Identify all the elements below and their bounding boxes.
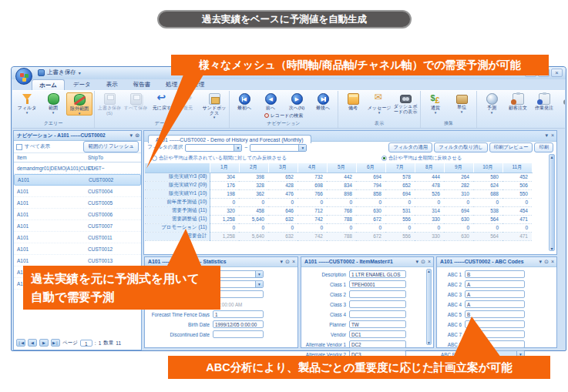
radio-button-icon[interactable] xyxy=(381,156,387,161)
record-search-link[interactable]: レコードの検索 xyxy=(231,112,336,119)
grid-cell[interactable]: 630 xyxy=(444,232,473,240)
grid-cell[interactable]: 0 xyxy=(210,198,239,206)
grid-cell[interactable]: 428 xyxy=(268,181,297,189)
field-input[interactable] xyxy=(213,330,264,338)
document-vertical-scrollbar[interactable] xyxy=(549,154,555,251)
grid-cell[interactable]: 632 xyxy=(268,215,297,223)
ribbon-button-nav-prev[interactable]: 前へ xyxy=(257,92,284,111)
tab-0[interactable]: ホーム xyxy=(32,79,65,90)
pane-menu-caret-icon[interactable]: ▾ xyxy=(130,132,133,139)
ribbon-button-nav-last[interactable]: 最後へ xyxy=(310,92,336,111)
filter-action-button-1[interactable]: フィルタの取り消し xyxy=(434,142,488,152)
list-item[interactable]: A101CUST0005 xyxy=(14,197,141,209)
month-column-header[interactable]: 2月 xyxy=(239,163,268,173)
field-input[interactable]: B xyxy=(465,310,525,318)
month-column-header[interactable]: 3月 xyxy=(268,163,297,173)
quick-access-save-label[interactable]: 上書き保存 xyxy=(47,69,76,76)
grid-cell[interactable]: 310 xyxy=(444,189,473,198)
grid-cell[interactable]: 0 xyxy=(268,198,297,206)
grid-cell[interactable]: 330 xyxy=(415,215,444,223)
list-item[interactable]: A101CUST0002 xyxy=(14,174,141,186)
field-input[interactable]: TW xyxy=(349,320,406,328)
grid-cell[interactable]: 304 xyxy=(210,173,239,181)
grid-cell[interactable]: 0 xyxy=(415,198,444,206)
filter-action-button-2[interactable]: 印刷プレビュー xyxy=(489,142,533,152)
ribbon-button-exclude-range-db[interactable]: 除外範囲▾ xyxy=(66,92,92,116)
grid-cell[interactable]: 688 xyxy=(473,189,502,198)
grid-cell[interactable]: 538 xyxy=(473,206,502,215)
range-to-combobox[interactable] xyxy=(250,144,307,152)
field-input[interactable] xyxy=(349,290,406,298)
grid-cell[interactable]: 652 xyxy=(268,173,297,181)
show-all-checkbox[interactable] xyxy=(16,144,22,150)
grid-cell[interactable]: 176 xyxy=(210,181,239,189)
grid-cell[interactable]: 834 xyxy=(327,181,356,189)
grid-cell[interactable]: 646 xyxy=(268,206,297,215)
panel-close-icon[interactable]: × xyxy=(551,257,554,266)
ribbon-button-save-all[interactable]: すべて保存 xyxy=(123,92,149,111)
grid-cell[interactable]: 0 xyxy=(239,223,268,232)
field-input[interactable]: 1999/12/05 0:00:00 xyxy=(213,320,264,328)
grid-cell[interactable]: 694 xyxy=(444,206,473,215)
grid-row-label[interactable]: 前年度予測値 (10) xyxy=(145,198,210,206)
grid-cell[interactable]: 0 xyxy=(415,223,444,232)
list-item[interactable]: A101CUST0004 xyxy=(14,186,141,197)
grid-cell[interactable]: 506 xyxy=(502,181,532,189)
tab-5[interactable]: 管理 xyxy=(186,79,211,90)
ribbon-button-save[interactable]: 上書き保存(S) xyxy=(96,92,123,116)
grid-cell[interactable]: 0 xyxy=(327,198,356,206)
list-item[interactable]: A101CUST0011 xyxy=(14,232,141,243)
ribbon-button-message[interactable]: メッセージ▾ xyxy=(366,92,392,114)
grid-cell[interactable]: 898 xyxy=(327,189,356,198)
grid-cell[interactable]: 0 xyxy=(444,198,473,206)
grid-row-label[interactable]: 販売実績Yr2 (09) xyxy=(145,181,210,189)
ribbon-button-range-db[interactable]: 範囲▾ xyxy=(40,92,66,114)
grid-cell[interactable]: 712 xyxy=(297,206,327,215)
grid-cell[interactable]: 458 xyxy=(239,206,268,215)
grid-cell[interactable]: 742 xyxy=(297,232,327,240)
grid-cell[interactable]: 672 xyxy=(356,232,385,240)
ribbon-button-currency[interactable]: 通貨▾ xyxy=(422,92,449,114)
grid-row-label[interactable]: 需要合計 xyxy=(145,232,210,240)
month-column-header[interactable]: 1月 xyxy=(210,163,239,173)
radio-button-icon[interactable] xyxy=(152,156,157,161)
month-column-header[interactable]: 11月 xyxy=(502,163,532,173)
grid-row-label[interactable]: 需要予測値 (11) xyxy=(145,206,210,215)
ribbon-button-customer-order[interactable]: 顧客注文 xyxy=(505,92,531,111)
grid-cell[interactable]: 526 xyxy=(415,189,444,198)
grid-cell[interactable]: 766 xyxy=(297,189,327,198)
ribbon-button-filter-funnel[interactable]: フィルタ▾ xyxy=(14,92,40,114)
grid-cell[interactable]: 788 xyxy=(327,232,356,240)
ribbon-button-work-order[interactable]: 作業発注 xyxy=(531,92,557,111)
column-header-shipto[interactable]: ShipTo xyxy=(88,155,141,160)
grid-cell[interactable]: 471 xyxy=(502,215,532,223)
grid-cell[interactable]: 5,640 xyxy=(239,215,268,223)
grid-cell[interactable]: 452 xyxy=(502,173,532,181)
month-column-header[interactable]: 7月 xyxy=(385,163,415,173)
grid-cell[interactable]: 0 xyxy=(473,198,502,206)
grid-row-label[interactable]: 販売実績Yr3 (08) xyxy=(145,173,210,181)
grid-cell[interactable]: 858 xyxy=(356,189,385,198)
grid-cell[interactable]: 330 xyxy=(415,232,444,240)
grid-cell[interactable]: 694 xyxy=(356,173,385,181)
grid-row-label[interactable]: プロモーション (11) xyxy=(145,223,210,232)
grid-cell[interactable]: 198 xyxy=(210,189,239,198)
grid-cell[interactable]: 0 xyxy=(502,223,532,232)
ribbon-button-nav-first[interactable]: 最初へ xyxy=(231,92,257,111)
grid-cell[interactable]: 476 xyxy=(268,189,297,198)
itemmaster-scrollbar[interactable] xyxy=(426,269,432,345)
document-close-icon[interactable]: × xyxy=(551,132,554,139)
grid-row-label[interactable]: 販売実績Yr1 (10) xyxy=(145,189,210,198)
grid-cell[interactable]: 264 xyxy=(444,173,473,181)
grid-cell[interactable]: 580 xyxy=(473,173,502,181)
filter-action-button-3[interactable]: 印刷 xyxy=(534,142,553,152)
tab-4[interactable]: 処理 xyxy=(159,79,184,90)
document-menu-caret-icon[interactable]: ▾ xyxy=(545,132,548,139)
list-item[interactable]: A101CUST0006 xyxy=(14,209,141,220)
pin-icon[interactable]: ⊙ xyxy=(285,257,290,266)
grid-cell[interactable]: 630 xyxy=(356,206,385,215)
pin-icon[interactable]: ⊙ xyxy=(135,132,139,139)
grid-cell[interactable]: 564 xyxy=(473,232,502,240)
grid-cell[interactable]: 0 xyxy=(297,198,327,206)
grid-cell[interactable]: 698 xyxy=(297,181,327,189)
